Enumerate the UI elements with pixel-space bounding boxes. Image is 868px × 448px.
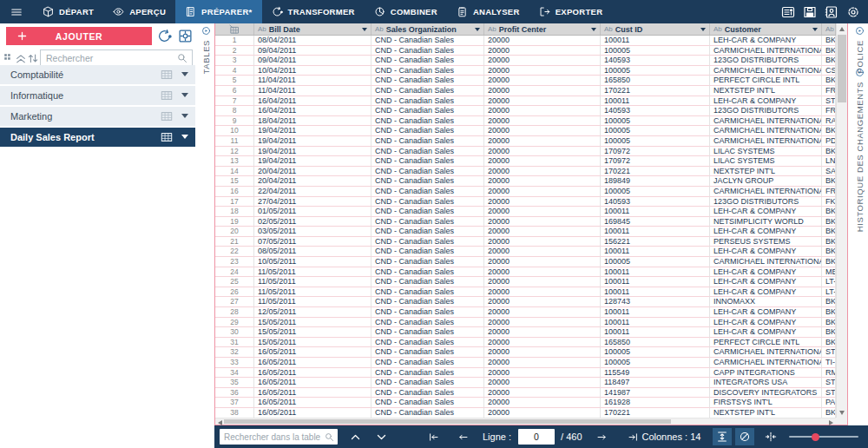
table-row[interactable]: 3015/05/2011CND - Canadian Sales20000100… xyxy=(215,327,836,338)
table-row[interactable]: 716/04/2011CND - Canadian Sales200001000… xyxy=(215,96,836,107)
table-row[interactable]: 2310/05/2011CND - Canadian Sales20000100… xyxy=(215,257,836,267)
table-row[interactable]: 209/04/2011CND - Canadian Sales200001000… xyxy=(215,46,836,56)
table-row[interactable]: 2611/05/2011CND - Canadian Sales20000100… xyxy=(215,287,836,298)
table-row[interactable]: 2411/05/2011CND - Canadian Sales20000100… xyxy=(215,267,836,278)
nav-tab-refresh[interactable]: TRANSFORMER xyxy=(262,0,365,23)
settings-icon[interactable] xyxy=(846,5,860,19)
row-number-input[interactable] xyxy=(518,429,555,445)
table-list-item[interactable]: Informatique xyxy=(0,86,195,105)
hamburger-menu-icon[interactable] xyxy=(0,0,33,23)
nav-tab-eye[interactable]: APERÇU xyxy=(103,0,175,23)
table-search-input[interactable] xyxy=(220,432,325,442)
table-row[interactable]: 3216/05/2011CND - Canadian Sales20000100… xyxy=(215,347,836,358)
zoom-slider-handle[interactable] xyxy=(812,433,819,441)
find-next-icon[interactable] xyxy=(372,428,390,445)
table-row[interactable]: 3816/05/2011CND - Canadian Sales20000170… xyxy=(215,408,836,418)
table-list-item[interactable]: Marketing xyxy=(0,107,195,126)
table-row[interactable]: 1622/04/2011CND - Canadian Sales20000100… xyxy=(215,187,836,197)
add-button[interactable]: AJOUTER xyxy=(6,27,152,45)
table-row[interactable]: 1119/04/2011CND - Canadian Sales20000100… xyxy=(215,136,836,147)
table-list-item[interactable]: Daily Sales Report xyxy=(0,128,195,147)
table-row[interactable]: 1019/04/2011CND - Canadian Sales20000100… xyxy=(215,126,836,136)
table-row[interactable]: 2812/05/2011CND - Canadian Sales20000100… xyxy=(215,307,836,318)
info-panel-icon[interactable] xyxy=(781,5,795,19)
table-row[interactable]: 816/04/2011CND - Canadian Sales200001405… xyxy=(215,106,836,116)
nav-tab-clipboard[interactable]: ANALYSER xyxy=(447,0,529,23)
table-row[interactable]: 1319/04/2011CND - Canadian Sales20000170… xyxy=(215,156,836,167)
police-panel-tab[interactable]: POLICE xyxy=(852,26,867,73)
tables-panel-tab[interactable]: TABLES xyxy=(199,26,214,74)
table-row[interactable]: 1902/05/2011CND - Canadian Sales20000169… xyxy=(215,217,836,227)
zoom-slider[interactable] xyxy=(789,436,858,438)
table-row[interactable]: 918/04/2011CND - Canadian Sales200001000… xyxy=(215,116,836,127)
next-row-icon[interactable] xyxy=(594,428,611,445)
first-row-icon[interactable] xyxy=(424,428,442,445)
column-header[interactable]: Ab xyxy=(822,23,836,35)
table-row[interactable]: 410/04/2011CND - Canadian Sales200001000… xyxy=(215,66,836,76)
nav-tab-cube[interactable]: DÉPART xyxy=(33,0,103,23)
table-row[interactable]: 3616/05/2011CND - Canadian Sales20000141… xyxy=(215,388,836,399)
find-previous-icon[interactable] xyxy=(346,428,364,445)
sidebar-search-input[interactable] xyxy=(41,53,177,63)
chevron-down-icon[interactable] xyxy=(181,135,188,139)
table-row[interactable]: 2511/05/2011CND - Canadian Sales20000100… xyxy=(215,277,836,287)
table-grid-icon[interactable] xyxy=(161,69,173,81)
select-all-corner[interactable] xyxy=(215,23,254,35)
manage-tables-icon[interactable] xyxy=(178,29,193,43)
column-header[interactable]: AbSales Organization xyxy=(372,23,484,35)
change-history-panel-tab[interactable]: HISTORIQUE DES CHANGEMENTS xyxy=(852,68,867,232)
table-row[interactable]: 511/04/2011CND - Canadian Sales200001658… xyxy=(215,76,836,86)
vertical-scrollbar[interactable] xyxy=(836,23,847,418)
table-grid-icon[interactable] xyxy=(161,89,173,102)
table-row[interactable]: 2003/05/2011CND - Canadian Sales20000100… xyxy=(215,227,836,237)
nav-tab-export[interactable]: EXPORTER xyxy=(529,0,613,23)
column-header[interactable]: AbBill Date xyxy=(254,23,372,35)
chevron-down-icon[interactable] xyxy=(181,114,188,118)
table-grid-icon[interactable] xyxy=(161,131,173,143)
contacts-icon[interactable] xyxy=(825,5,838,19)
show-nulls-icon[interactable] xyxy=(735,428,754,445)
horizontal-scrollbar[interactable] xyxy=(215,418,836,425)
table-row[interactable]: 1219/04/2011CND - Canadian Sales20000170… xyxy=(215,147,836,157)
previous-row-icon[interactable] xyxy=(454,428,471,445)
table-row[interactable]: 3716/05/2011CND - Canadian Sales20000161… xyxy=(215,398,836,408)
table-row[interactable]: 2915/05/2011CND - Canadian Sales20000100… xyxy=(215,318,836,328)
table-grid-icon[interactable] xyxy=(161,110,173,122)
table-row[interactable]: 1727/04/2011CND - Canadian Sales20000140… xyxy=(215,197,836,208)
table-row[interactable]: 3316/05/2011CND - Canadian Sales20000100… xyxy=(215,358,836,368)
table-row[interactable]: 108/04/2011CND - Canadian Sales200001000… xyxy=(215,36,836,46)
horizontal-scroll-thumb[interactable] xyxy=(224,419,671,424)
table-row[interactable]: 2711/05/2011CND - Canadian Sales20000128… xyxy=(215,297,836,307)
column-header[interactable]: AbCust ID xyxy=(601,23,710,35)
scroll-down-icon[interactable] xyxy=(839,411,845,415)
save-icon[interactable] xyxy=(803,5,817,19)
column-header[interactable]: AbProfit Center xyxy=(484,23,601,35)
collapse-columns-icon[interactable] xyxy=(761,428,780,445)
sort-icon[interactable] xyxy=(27,52,39,64)
table-row[interactable]: 2208/05/2011CND - Canadian Sales20000100… xyxy=(215,247,836,257)
table-row[interactable]: 3115/05/2011CND - Canadian Sales20000165… xyxy=(215,338,836,348)
column-header[interactable]: AbCustomer xyxy=(710,23,822,35)
table-row[interactable]: 309/04/2011CND - Canadian Sales200001405… xyxy=(215,56,836,66)
chevron-down-icon[interactable] xyxy=(181,93,188,97)
nav-tab-combine[interactable]: COMBINER xyxy=(365,0,447,23)
table-row[interactable]: 611/04/2011CND - Canadian Sales200001702… xyxy=(215,86,836,96)
table-row[interactable]: 2107/05/2011CND - Canadian Sales20000156… xyxy=(215,237,836,247)
filter-icon[interactable] xyxy=(475,28,480,31)
table-row[interactable]: 3416/05/2011CND - Canadian Sales20000115… xyxy=(215,368,836,379)
fit-row-height-icon[interactable] xyxy=(713,428,732,445)
last-row-icon[interactable] xyxy=(625,428,642,445)
scroll-right-icon[interactable] xyxy=(829,420,833,425)
table-row[interactable]: 1420/04/2011CND - Canadian Sales20000170… xyxy=(215,167,836,177)
grid-view-icon[interactable] xyxy=(3,52,15,64)
scroll-left-icon[interactable] xyxy=(218,420,222,425)
table-row[interactable]: 1520/04/2011CND - Canadian Sales20000189… xyxy=(215,176,836,187)
table-row[interactable]: 3516/05/2011CND - Canadian Sales20000118… xyxy=(215,378,836,388)
refresh-icon[interactable] xyxy=(157,29,172,43)
filter-icon[interactable] xyxy=(591,28,596,31)
nav-tab-notebook[interactable]: PRÉPARER* xyxy=(175,0,261,23)
filter-icon[interactable] xyxy=(700,28,706,31)
filter-icon[interactable] xyxy=(362,28,367,31)
filter-icon[interactable] xyxy=(812,28,818,31)
table-list-item[interactable]: Comptabilité xyxy=(0,65,195,84)
